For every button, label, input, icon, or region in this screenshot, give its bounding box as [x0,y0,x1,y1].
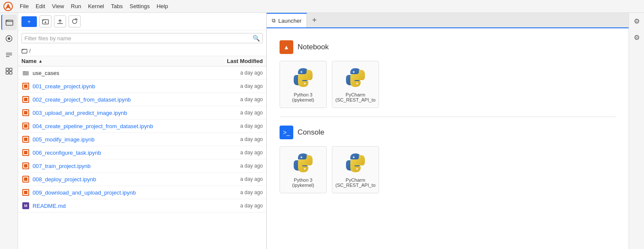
kernel-card-pycharm[interactable]: PyCharm (SC_REST_API_to [332,61,379,108]
menu-kernel[interactable]: Kernel [84,2,108,10]
table-row[interactable]: 006_reconfigure_task.ipynb a day ago [18,146,266,159]
new-folder-button[interactable] [39,15,51,27]
svg-point-18 [353,71,355,73]
search-input[interactable] [24,35,253,42]
kernel-label: Python 3 (ipykernel) [283,177,323,188]
table-row[interactable]: 001_create_project.ipynb a day ago [18,80,266,93]
notebook-type-icon [21,82,30,90]
folder-type-icon [21,69,30,77]
file-modified: a day ago [203,83,263,89]
sidebar-icons [0,13,18,249]
new-tab-button[interactable]: + [308,14,321,27]
notebook-type-icon [21,175,30,183]
table-row[interactable]: 004_create_pipeline_project_from_dataset… [18,120,266,133]
python-logo-icon [292,66,314,89]
file-browser-panel: + + [18,13,267,249]
svg-point-20 [301,156,302,158]
table-row[interactable]: 005_modify_image.ipynb a day ago [18,133,266,146]
svg-point-22 [353,156,355,158]
kernel-card-python3[interactable]: Python 3 (ipykernel) [280,61,327,108]
file-modified: a day ago [203,123,263,129]
plus-icon: + [27,18,31,25]
section-divider [280,117,616,117]
menu-view[interactable]: View [48,2,67,10]
sidebar-item-filebrowser[interactable] [1,15,17,30]
kernel-label: PyCharm (SC_REST_API_to [335,177,376,188]
gear-icon[interactable]: ⚙ [630,31,643,44]
console-kernel-card-python3[interactable]: Python 3 (ipykernel) [280,146,327,193]
menu-run[interactable]: Run [67,2,84,10]
file-name: 008_deploy_project.ipynb [33,176,203,183]
notebook-type-icon [21,135,30,144]
svg-point-16 [301,71,302,73]
svg-rect-8 [9,68,12,71]
menu-file[interactable]: File [16,2,32,10]
file-name: 005_modify_image.ipynb [33,136,203,143]
menubar: File Edit View Run Kernel Tabs Settings … [0,0,644,13]
menu-tabs[interactable]: Tabs [108,2,126,10]
notebook-kernel-cards: Python 3 (ipykernel) [280,61,616,108]
notebook-section-icon [280,40,293,54]
tab-bar: ⧉ Launcher + [267,13,629,28]
file-name: README.md [33,203,203,209]
menu-settings[interactable]: Settings [126,2,153,10]
file-table: Name ▲ Last Modified use_cases a day ago… [18,56,266,249]
col-modified-header[interactable]: Last Modified [203,58,263,64]
svg-rect-7 [6,68,9,71]
notebook-section-header: Notebook [280,40,616,54]
svg-point-23 [356,168,358,170]
table-row[interactable]: 002_create_project_from_dataset.ipynb a … [18,93,266,106]
table-row[interactable]: M README.md a day ago [18,199,266,213]
menu-edit[interactable]: Edit [32,2,48,10]
console-kernel-card-pycharm[interactable]: PyCharm (SC_REST_API_to [332,146,379,193]
col-name-header[interactable]: Name ▲ [21,58,203,64]
table-row[interactable]: 008_deploy_project.ipynb a day ago [18,173,266,186]
new-button[interactable]: + + [21,16,37,27]
markdown-type-icon: M [21,201,30,210]
file-modified: a day ago [203,163,263,169]
file-name: 009_download_and_upload_project.ipynb [33,189,203,196]
file-name: use_cases [33,70,203,76]
file-table-header: Name ▲ Last Modified [18,56,266,66]
file-modified: a day ago [203,70,263,76]
svg-point-3 [8,37,10,40]
table-row[interactable]: 009_download_and_upload_project.ipynb a … [18,186,266,199]
sidebar-item-running[interactable] [1,31,17,46]
svg-rect-9 [6,72,9,74]
console-section-icon: >_ [280,126,293,139]
pycharm-logo-icon [344,66,367,89]
file-name: 004_create_pipeline_project_from_dataset… [33,123,203,129]
sort-icon: ▲ [38,59,42,63]
right-sidebar: ⚙ ⚙ [629,13,644,249]
breadcrumb-path: / [29,48,31,54]
sidebar-item-commands[interactable] [1,47,17,63]
svg-point-19 [356,83,358,84]
refresh-button[interactable] [69,15,81,27]
file-modified: a day ago [203,189,263,195]
table-row[interactable]: 003_upload_and_predict_image.ipynb a day… [18,106,266,120]
svg-rect-10 [9,72,12,74]
notebook-type-icon [21,108,30,117]
table-row[interactable]: 007_train_project.ipynb a day ago [18,159,266,173]
upload-button[interactable] [54,15,66,27]
file-name: 002_create_project_from_dataset.ipynb [33,96,203,103]
notebook-type-icon [21,95,30,104]
python-console-logo-icon [292,152,314,174]
settings-icon[interactable]: ⚙ [630,15,643,27]
file-name: 006_reconfigure_task.ipynb [33,150,203,156]
table-row[interactable]: use_cases a day ago [18,66,266,80]
file-modified: a day ago [203,136,263,142]
kernel-label: PyCharm (SC_REST_API_to [335,92,376,102]
file-modified: a day ago [203,96,263,102]
search-icon: 🔍 [253,35,260,42]
console-section-title: Console [298,128,324,137]
menu-help[interactable]: Help [153,2,172,10]
svg-rect-1 [6,20,13,25]
file-modified: a day ago [203,150,263,156]
svg-point-21 [304,168,306,170]
app-logo [3,2,13,11]
sidebar-item-extensions[interactable] [1,63,17,79]
file-modified: a day ago [203,203,263,209]
launcher-tab[interactable]: ⧉ Launcher [267,13,307,27]
launcher-tab-label: Launcher [278,18,301,24]
